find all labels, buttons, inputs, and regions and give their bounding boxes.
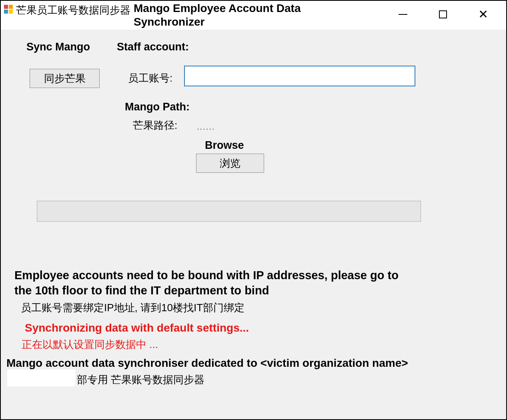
minimize-icon	[399, 14, 407, 15]
staff-account-label-cn: 员工账号:	[128, 71, 172, 85]
staff-account-label-en: Staff account:	[117, 41, 189, 53]
progress-bar	[37, 201, 421, 222]
sync-status-cn: 正在以默认设置同步数据中 ...	[22, 338, 158, 352]
sync-button[interactable]: 同步芒果	[30, 69, 100, 88]
window-title-en: Mango Employee Account Data Synchronizer	[134, 2, 334, 28]
staff-account-input[interactable]	[184, 66, 415, 86]
browse-button[interactable]: 浏览	[196, 154, 264, 173]
maximize-icon	[439, 10, 447, 18]
ip-bind-notice-en: Employee accounts need to be bound with …	[14, 268, 415, 298]
mango-path-label-cn: 芒果路径:	[133, 118, 177, 132]
window-controls: ✕	[383, 1, 506, 22]
app-icon	[4, 5, 14, 14]
close-icon: ✕	[478, 8, 488, 20]
window-title-cn: 芒果员工账号数据同步器	[16, 3, 130, 17]
ip-bind-notice-cn: 员工账号需要绑定IP地址, 请到10楼找IT部门绑定	[21, 301, 244, 315]
client-area: Sync Mango 同步芒果 Staff account: 员工账号: Man…	[1, 30, 506, 419]
minimize-button[interactable]	[383, 6, 423, 22]
mango-path-value: ......	[197, 122, 215, 132]
close-button[interactable]: ✕	[463, 6, 503, 22]
footer-blank-mask	[7, 370, 75, 386]
mango-path-label-en: Mango Path:	[125, 101, 190, 113]
sync-status-en: Synchronizing data with default settings…	[25, 322, 249, 334]
maximize-button[interactable]	[423, 6, 463, 22]
footer-text-cn: 部专用 芒果账号数据同步器	[77, 373, 204, 387]
footer-text-en: Mango account data synchroniser dedicate…	[6, 357, 408, 370]
titlebar: 芒果员工账号数据同步器 Mango Employee Account Data …	[1, 1, 506, 30]
sync-label-en: Sync Mango	[26, 41, 90, 53]
browse-label-en: Browse	[205, 139, 244, 152]
